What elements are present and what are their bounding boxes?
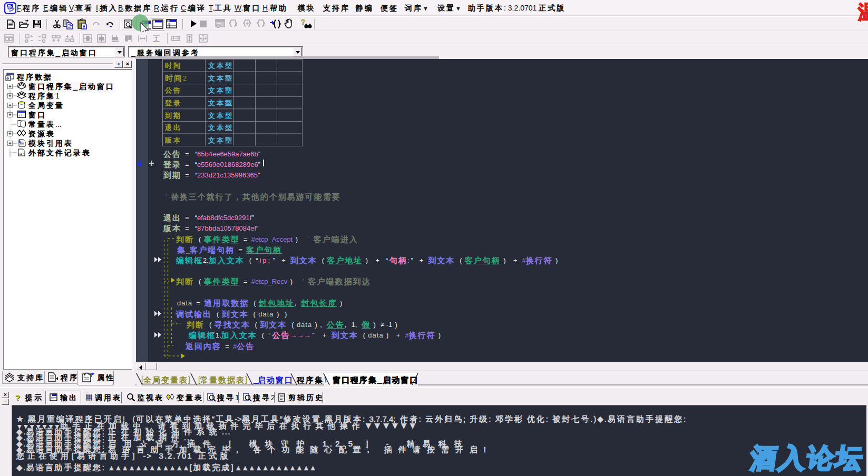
svg-text:?: ?	[301, 18, 306, 26]
svg-text:e: e	[6, 76, 9, 81]
